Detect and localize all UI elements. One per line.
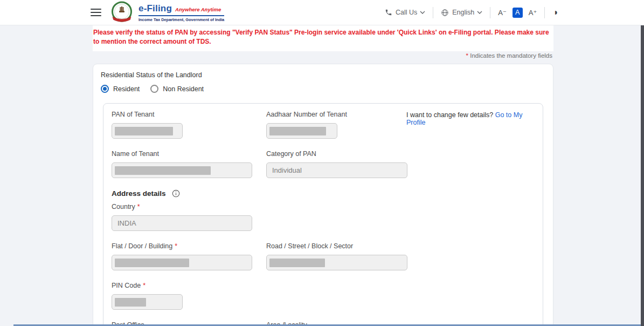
road-street-field: Road / Street / Block / Sector	[266, 242, 407, 270]
required-asterisk: *	[175, 242, 177, 250]
font-size-default-button[interactable]: A	[513, 8, 523, 18]
masked-value	[115, 259, 189, 267]
radio-resident-label: Resident	[113, 85, 140, 93]
brand-subtitle: Income Tax Department, Government of Ind…	[139, 17, 224, 22]
radio-selected-icon	[101, 85, 109, 93]
required-asterisk: *	[137, 203, 140, 210]
divider	[433, 7, 433, 18]
brand-tagline: Anywhere Anytime	[175, 6, 221, 12]
font-size-decrease-button[interactable]: A⁻	[498, 9, 507, 17]
pan-of-tenant-input[interactable]	[112, 123, 183, 139]
radio-unselected-icon	[150, 85, 158, 93]
chevron-down-icon	[420, 11, 425, 14]
call-us-button[interactable]: Call Us	[385, 9, 425, 16]
masked-value	[269, 259, 325, 267]
contrast-toggle-icon[interactable]: ◑	[552, 8, 558, 17]
radio-non-resident-label: Non Resident	[163, 85, 204, 93]
call-us-label: Call Us	[396, 9, 417, 16]
pan-of-tenant-field: PAN of Tenant	[112, 111, 252, 139]
name-of-tenant-field: Name of Tenant	[112, 150, 252, 178]
category-of-pan-label: Category of PAN	[266, 150, 407, 158]
header-right: Call Us English A⁻ A A⁺ ◑	[385, 7, 558, 18]
address-details-heading: Address details	[112, 189, 535, 198]
profile-note: I want to change few details? Go to My P…	[406, 111, 543, 126]
divider	[544, 7, 545, 18]
pan-of-tenant-label: PAN of Tenant	[112, 111, 252, 118]
brand-block: e-Filing Anywhere Anytime Income Tax Dep…	[139, 3, 224, 22]
address-details-title: Address details	[112, 189, 166, 198]
road-street-input[interactable]	[266, 255, 407, 270]
residential-status-label: Residential Status of the Landlord	[101, 71, 553, 79]
pin-code-input[interactable]	[112, 294, 183, 310]
mandatory-text: Indicates the mandatory fields	[468, 52, 552, 59]
country-input[interactable]: INDIA	[112, 215, 252, 231]
language-selector[interactable]: English	[441, 9, 482, 17]
pin-code-field: PIN Code*	[112, 282, 252, 310]
category-of-pan-input[interactable]: Individual	[266, 162, 407, 178]
aadhaar-number-field: Aadhaar Number of Tenant	[266, 111, 407, 139]
mandatory-fields-note: * Indicates the mandatory fields	[93, 52, 552, 59]
radio-non-resident[interactable]: Non Resident	[150, 85, 204, 93]
efiling-portal-page: Notification No. 15 of 2023 dated 28th M…	[0, 0, 644, 326]
income-tax-dept-logo	[110, 1, 133, 24]
divider	[490, 7, 490, 18]
chevron-down-icon	[477, 11, 482, 14]
profile-note-text: I want to change few details?	[406, 111, 495, 119]
language-label: English	[452, 9, 474, 16]
country-label: Country	[112, 203, 135, 210]
required-asterisk: *	[143, 282, 146, 289]
aadhaar-number-label: Aadhaar Number of Tenant	[266, 111, 407, 118]
flat-door-building-input[interactable]	[112, 255, 252, 270]
name-of-tenant-input[interactable]	[112, 162, 252, 178]
masked-value	[115, 127, 173, 135]
country-field: Country* INDIA	[112, 203, 252, 231]
phone-icon	[385, 9, 392, 16]
form-card: Residential Status of the Landlord Resid…	[93, 64, 553, 326]
category-of-pan-field: Category of PAN Individual	[266, 150, 407, 178]
vertical-scrollbar[interactable]	[641, 25, 644, 326]
pin-code-label: PIN Code	[112, 282, 141, 289]
globe-icon	[441, 9, 449, 17]
notification-line-2: Please verify the status of PAN by acces…	[93, 28, 553, 46]
aadhaar-number-input[interactable]	[266, 123, 337, 139]
flat-door-building-label: Flat / Door / Building	[112, 242, 172, 250]
info-icon[interactable]	[172, 189, 180, 198]
radio-resident[interactable]: Resident	[101, 85, 140, 93]
brand-name: e-Filing	[139, 3, 172, 14]
name-of-tenant-label: Name of Tenant	[112, 150, 252, 158]
flat-door-building-field: Flat / Door / Building*	[112, 242, 252, 270]
residential-status-radio-group: Resident Non Resident	[101, 85, 553, 93]
road-street-label: Road / Street / Block / Sector	[266, 242, 407, 250]
font-size-increase-button[interactable]: A⁺	[529, 9, 537, 17]
app-header: e-Filing Anywhere Anytime Income Tax Dep…	[0, 0, 644, 25]
masked-value	[115, 166, 211, 175]
hamburger-menu-icon[interactable]	[91, 6, 101, 18]
tenant-details-panel: I want to change few details? Go to My P…	[103, 103, 543, 326]
masked-value	[269, 127, 326, 135]
header-left: e-Filing Anywhere Anytime Income Tax Dep…	[91, 1, 224, 24]
masked-value	[115, 298, 146, 307]
